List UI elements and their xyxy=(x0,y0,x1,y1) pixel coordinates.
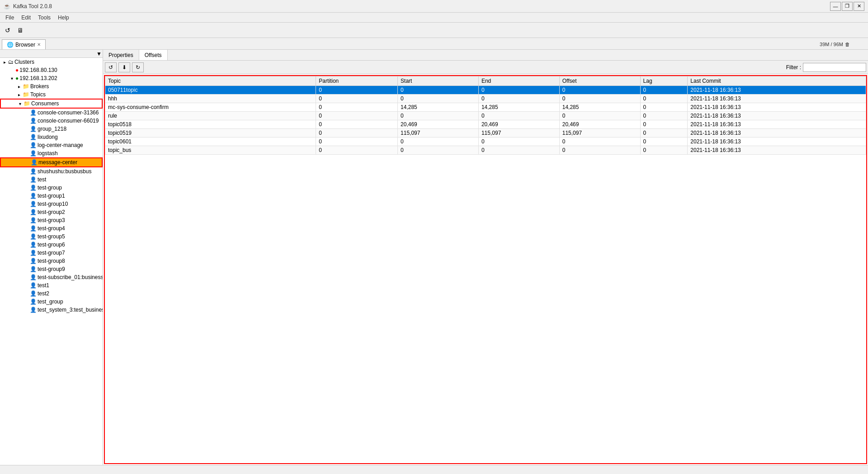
tree-item-consumer-1[interactable]: 👤 console-consumer-31366 xyxy=(0,109,103,117)
table-row[interactable]: topic0518020,46920,46920,46902021-11-18 … xyxy=(105,120,866,129)
table-cell: 0 xyxy=(316,103,398,112)
tree-item-consumer-8[interactable]: 👤 shushushu:busbusbus xyxy=(0,167,103,175)
topics-icon: 📁 xyxy=(23,91,29,98)
tree-item-consumer-3[interactable]: 👤 group_1218 xyxy=(0,125,103,133)
message-center-label: message-center xyxy=(38,159,77,166)
status-bar xyxy=(0,465,868,474)
tree-item-consumer-14[interactable]: 👤 test-group3 xyxy=(0,216,103,224)
consumers-label: Consumers xyxy=(31,100,59,107)
table-row[interactable]: topic_bus000002021-11-18 16:36:13 xyxy=(105,146,866,155)
table-cell: 0 xyxy=(559,137,640,146)
tree-item-consumer-15[interactable]: 👤 test-group4 xyxy=(0,224,103,232)
expand-consumers[interactable]: ▾ xyxy=(16,100,24,107)
consumers-redbox: ▾ 📁 Consumers xyxy=(0,99,103,109)
table-row[interactable]: hhh000002021-11-18 16:36:13 xyxy=(105,95,866,103)
expand-topics[interactable]: ▸ xyxy=(15,91,23,98)
memory-label: 39M / 96M xyxy=(820,42,843,47)
table-cell: 115,097 xyxy=(559,129,640,137)
tree-item-consumer-16[interactable]: 👤 test-group5 xyxy=(0,232,103,241)
menu-tools[interactable]: Tools xyxy=(34,14,54,22)
expand-cluster1[interactable] xyxy=(8,66,15,74)
table-body: 050711topic000002021-11-18 16:36:13hhh00… xyxy=(105,86,866,155)
tree-item-consumer-23[interactable]: 👤 test2 xyxy=(0,289,103,298)
table-cell: 0 xyxy=(398,137,479,146)
tree-item-cluster1[interactable]: ● 192.168.80.130 xyxy=(0,66,103,74)
cluster1-label: 192.168.80.130 xyxy=(19,67,57,73)
table-cell: 0 xyxy=(316,95,398,103)
tab-properties[interactable]: Properties xyxy=(103,50,139,60)
table-cell: 2021-11-18 16:36:13 xyxy=(688,137,866,146)
tree-item-consumer-22[interactable]: 👤 test1 xyxy=(0,281,103,289)
tree-item-topics[interactable]: ▸ 📁 Topics xyxy=(0,90,103,99)
tree-item-consumer-11[interactable]: 👤 test-group1 xyxy=(0,192,103,200)
tree-item-consumer-17[interactable]: 👤 test-group6 xyxy=(0,241,103,249)
table-row[interactable]: topic0601000002021-11-18 16:36:13 xyxy=(105,137,866,146)
content-download-button[interactable]: ⬇ xyxy=(118,62,130,72)
col-partition: Partition xyxy=(316,76,398,86)
table-cell: topic_bus xyxy=(105,146,316,155)
menu-edit[interactable]: Edit xyxy=(18,14,34,22)
col-offset: Offset xyxy=(559,76,640,86)
tab-offsets[interactable]: Offsets xyxy=(139,50,168,60)
tree-item-consumer-20[interactable]: 👤 test-group9 xyxy=(0,265,103,273)
table-row[interactable]: 050711topic000002021-11-18 16:36:13 xyxy=(105,86,866,95)
menu-help[interactable]: Help xyxy=(54,14,73,22)
table-row[interactable]: rule000002021-11-18 16:36:13 xyxy=(105,112,866,120)
close-button[interactable]: ✕ xyxy=(854,2,864,11)
offsets-table: Topic Partition Start End Offset Lag Las… xyxy=(105,76,866,155)
clusters-icon: 🗂 xyxy=(8,59,14,65)
toolbar-refresh-button[interactable]: ↺ xyxy=(2,24,14,36)
topics-label: Topics xyxy=(30,91,46,98)
tree-item-brokers[interactable]: ▸ 📁 Brokers xyxy=(0,82,103,90)
table-cell: 0 xyxy=(478,86,559,95)
tree-item-consumer-25[interactable]: 👤 test_system_3:test_business_2 xyxy=(0,306,103,314)
table-cell: 2021-11-18 16:36:13 xyxy=(688,103,866,112)
table-header-row: Topic Partition Start End Offset Lag Las… xyxy=(105,76,866,86)
offsets-table-container: Topic Partition Start End Offset Lag Las… xyxy=(104,75,867,464)
tree-item-message-center[interactable]: 👤 message-center xyxy=(1,158,102,166)
filter-input[interactable] xyxy=(803,63,866,72)
tree-item-consumer-9[interactable]: 👤 test xyxy=(0,175,103,184)
table-row[interactable]: topic05190115,097115,097115,09702021-11-… xyxy=(105,129,866,137)
tree-item-consumer-13[interactable]: 👤 test-group2 xyxy=(0,208,103,216)
table-cell: 0 xyxy=(316,129,398,137)
table-cell: 2021-11-18 16:36:13 xyxy=(688,86,866,95)
tree-item-consumer-2[interactable]: 👤 console-consumer-66019 xyxy=(0,117,103,125)
expand-clusters[interactable]: ▸ xyxy=(1,58,8,66)
tab-close-button[interactable]: ✕ xyxy=(37,42,41,47)
app-title: Kafka Tool 2.0.8 xyxy=(13,3,52,9)
tree-item-clusters[interactable]: ▸ 🗂 Clusters xyxy=(0,58,103,66)
memory-icon: 🗑 xyxy=(845,42,850,47)
content-refresh-button[interactable]: ↺ xyxy=(105,62,117,72)
sidebar-collapse-button[interactable]: ▼ xyxy=(0,50,103,58)
tab-label: Browser xyxy=(15,42,35,48)
tree-item-consumer-5[interactable]: 👤 log-center-manage xyxy=(0,141,103,149)
maximize-button[interactable]: ❐ xyxy=(842,2,853,11)
table-cell: 0 xyxy=(559,146,640,155)
table-cell: 0 xyxy=(640,95,688,103)
sidebar: ▼ ▸ 🗂 Clusters ● 192.168.80.130 ▾ ● 192.… xyxy=(0,50,103,465)
consumer1-icon: 👤 xyxy=(30,109,37,116)
tree-item-consumer-24[interactable]: 👤 test_group xyxy=(0,298,103,306)
table-cell: topic0601 xyxy=(105,137,316,146)
tree-item-consumer-6[interactable]: 👤 logstash xyxy=(0,149,103,157)
tree-item-consumers[interactable]: ▾ 📁 Consumers xyxy=(1,100,102,108)
content-sync-button[interactable]: ↻ xyxy=(132,62,144,72)
expand-consumer-1 xyxy=(23,109,30,116)
tree-item-consumer-19[interactable]: 👤 test-group8 xyxy=(0,257,103,265)
menu-file[interactable]: File xyxy=(2,14,18,22)
browser-tab[interactable]: 🌐 Browser ✕ xyxy=(2,39,46,49)
tree-item-consumer-21[interactable]: 👤 test-subscribe_01:businessTest1 xyxy=(0,273,103,281)
expand-cluster2[interactable]: ▾ xyxy=(8,75,15,82)
toolbar-connect-button[interactable]: 🖥 xyxy=(14,24,26,36)
table-cell: 0 xyxy=(398,86,479,95)
table-row[interactable]: mc-sys-consume-confirm014,28514,28514,28… xyxy=(105,103,866,112)
expand-brokers[interactable]: ▸ xyxy=(15,83,23,90)
tree-item-cluster2[interactable]: ▾ ● 192.168.13.202 xyxy=(0,74,103,82)
tree-item-consumer-12[interactable]: 👤 test-group10 xyxy=(0,200,103,208)
minimize-button[interactable]: — xyxy=(830,2,841,11)
tree-item-consumer-4[interactable]: 👤 lixudong xyxy=(0,133,103,141)
tree-item-consumer-10[interactable]: 👤 test-group xyxy=(0,184,103,192)
tree-item-consumer-18[interactable]: 👤 test-group7 xyxy=(0,249,103,257)
memory-indicator: 39M / 96M 🗑 xyxy=(820,42,850,47)
